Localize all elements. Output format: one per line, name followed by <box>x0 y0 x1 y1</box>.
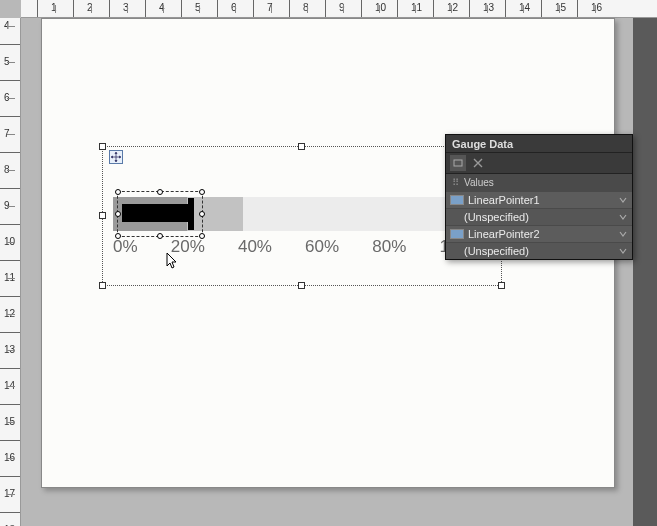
ruler-h-unit: 7 <box>253 0 289 18</box>
canvas-area[interactable]: 0%20%40%60%80%100% <box>21 18 657 526</box>
axis-label: 20% <box>171 237 205 257</box>
svg-rect-0 <box>454 160 462 166</box>
ruler-v-unit: 5 <box>0 44 21 80</box>
ruler-h-unit: 16 <box>577 0 613 18</box>
panel-toolbar <box>446 153 632 174</box>
axis-label: 40% <box>238 237 272 257</box>
panel-close-icon[interactable] <box>470 155 486 171</box>
ruler-horizontal: 12345678910111213141516 <box>21 0 657 18</box>
ruler-v-unit: 8 <box>0 152 21 188</box>
linear-pointer-selection[interactable] <box>117 191 203 237</box>
resize-handle-sw[interactable] <box>99 282 106 289</box>
linear-pointer-marker[interactable] <box>188 198 194 230</box>
value-subrow[interactable]: (Unspecified) <box>446 208 632 225</box>
axis-label: 0% <box>113 237 138 257</box>
row-label: LinearPointer1 <box>468 194 614 206</box>
ruler-v-unit: 18 <box>0 512 21 526</box>
series-swatch-icon <box>450 229 464 239</box>
ruler-v-unit: 12 <box>0 296 21 332</box>
panel-section-header: ⠿ Values <box>446 174 632 191</box>
ruler-v-unit: 7 <box>0 116 21 152</box>
resize-handle-n[interactable] <box>298 143 305 150</box>
resize-handle-nw[interactable] <box>99 143 106 150</box>
value-subrow[interactable]: (Unspecified) <box>446 242 632 259</box>
axis-label: 60% <box>305 237 339 257</box>
selection-handle[interactable] <box>199 189 205 195</box>
ruler-v-unit: 16 <box>0 440 21 476</box>
ruler-h-unit: 1 <box>37 0 73 18</box>
row-label: (Unspecified) <box>464 211 614 223</box>
ruler-v-unit: 9 <box>0 188 21 224</box>
ruler-v-unit: 10 <box>0 224 21 260</box>
row-label: (Unspecified) <box>464 245 614 257</box>
ruler-h-unit: 13 <box>469 0 505 18</box>
ruler-h-unit: 2 <box>73 0 109 18</box>
resize-handle-s[interactable] <box>298 282 305 289</box>
gauge-container[interactable]: 0%20%40%60%80%100% <box>102 146 502 286</box>
chevron-down-icon[interactable] <box>618 195 628 205</box>
ruler-vertical: 456789101112131415161718 <box>0 18 21 526</box>
value-row[interactable]: LinearPointer1 <box>446 191 632 208</box>
resize-handle-w[interactable] <box>99 212 106 219</box>
selection-handle[interactable] <box>115 211 121 217</box>
selection-handle[interactable] <box>115 189 121 195</box>
gauge-axis: 0%20%40%60%80%100% <box>113 237 483 257</box>
chevron-down-icon[interactable] <box>618 212 628 222</box>
ruler-v-unit: 4 <box>0 18 21 44</box>
value-row[interactable]: LinearPointer2 <box>446 225 632 242</box>
ruler-h-unit: 5 <box>181 0 217 18</box>
ruler-h-unit: 12 <box>433 0 469 18</box>
ruler-h-unit: 6 <box>217 0 253 18</box>
panel-title[interactable]: Gauge Data <box>446 135 632 153</box>
ruler-h-unit: 9 <box>325 0 361 18</box>
ruler-v-unit: 6 <box>0 80 21 116</box>
ruler-h-unit: 11 <box>397 0 433 18</box>
move-handle-icon[interactable] <box>109 150 123 164</box>
series-swatch-icon <box>450 195 464 205</box>
linear-pointer-bar[interactable] <box>122 204 192 222</box>
ruler-h-unit: 15 <box>541 0 577 18</box>
selection-handle[interactable] <box>157 189 163 195</box>
ruler-v-unit: 11 <box>0 260 21 296</box>
ruler-h-unit: 14 <box>505 0 541 18</box>
ruler-h-unit: 8 <box>289 0 325 18</box>
gauge-data-panel[interactable]: Gauge Data ⠿ Values LinearPointer1(Unspe… <box>445 134 633 260</box>
panel-tool-icon[interactable] <box>450 155 466 171</box>
row-label: LinearPointer2 <box>468 228 614 240</box>
chevron-down-icon[interactable] <box>618 246 628 256</box>
ruler-v-unit: 17 <box>0 476 21 512</box>
ruler-v-unit: 13 <box>0 332 21 368</box>
ruler-v-unit: 14 <box>0 368 21 404</box>
axis-label: 80% <box>372 237 406 257</box>
drag-dots-icon: ⠿ <box>452 177 460 188</box>
ruler-h-unit: 4 <box>145 0 181 18</box>
resize-handle-se[interactable] <box>498 282 505 289</box>
chevron-down-icon[interactable] <box>618 229 628 239</box>
canvas-margin <box>633 18 657 526</box>
selection-handle[interactable] <box>199 211 205 217</box>
panel-section-label: Values <box>464 177 494 188</box>
ruler-h-unit: 10 <box>361 0 397 18</box>
ruler-h-unit: 3 <box>109 0 145 18</box>
ruler-v-unit: 15 <box>0 404 21 440</box>
